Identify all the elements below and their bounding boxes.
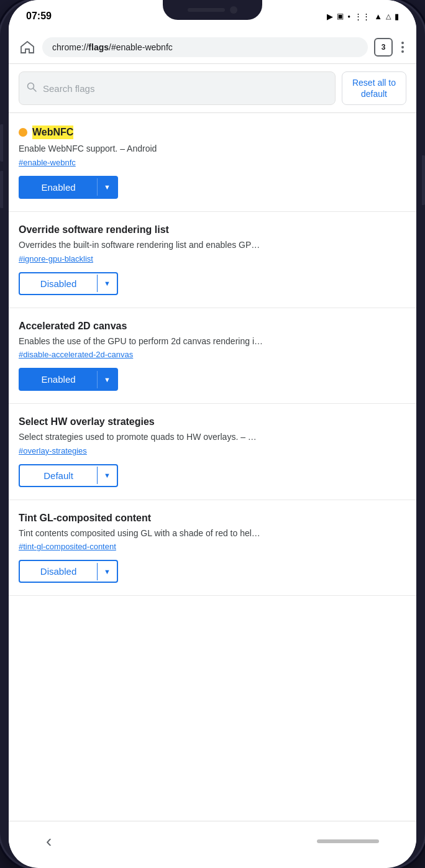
override-rendering-flag-id[interactable]: #ignore-gpu-blacklist: [19, 254, 406, 263]
flag-item-tint-gl: Tint GL-composited content Tint contents…: [9, 500, 416, 596]
flags-list: WebNFC Enable WebNFC support. – Android …: [9, 113, 416, 821]
webnfc-description: Enable WebNFC support. – Android: [19, 143, 406, 155]
override-rendering-title: Override software rendering list: [19, 224, 169, 235]
webnfc-flag-id[interactable]: #enable-webnfc: [19, 158, 406, 167]
tint-gl-select-arrow: ▼: [97, 563, 117, 580]
webnfc-title: WebNFC: [32, 126, 73, 139]
signal-icon: △: [386, 12, 391, 21]
accelerated-canvas-flag-id[interactable]: #disable-accelerated-2d-canvas: [19, 350, 406, 359]
webnfc-select-label: Enabled: [20, 177, 97, 198]
chrome-header: chrome://flags/#enable-webnfc 3: [9, 32, 416, 64]
accelerated-canvas-select[interactable]: Enabled ▼: [19, 368, 118, 391]
home-pill[interactable]: [317, 839, 379, 843]
search-input-wrap[interactable]: Search flags: [19, 71, 336, 105]
url-suffix: /#enable-webnfc: [109, 42, 173, 52]
accelerated-canvas-select-label: Enabled: [20, 369, 97, 390]
accelerated-canvas-title: Accelerated 2D canvas: [19, 321, 127, 332]
tint-gl-select-label: Disabled: [20, 561, 97, 582]
search-area: Search flags Reset all todefault: [9, 64, 416, 113]
hw-overlay-select-label: Default: [20, 465, 97, 486]
battery-icon: ▮: [395, 12, 399, 21]
flag-item-webnfc: WebNFC Enable WebNFC support. – Android …: [9, 113, 416, 212]
hw-overlay-title: Select HW overlay strategies: [19, 416, 155, 427]
back-button[interactable]: ‹: [46, 831, 52, 851]
hw-overlay-description: Select strategies used to promote quads …: [19, 431, 406, 444]
url-prefix: chrome://: [52, 42, 88, 52]
tint-gl-select[interactable]: Disabled ▼: [19, 560, 118, 583]
menu-button[interactable]: [399, 39, 406, 55]
status-icons: ▶ ▣ ● ⋮⋮ ▲ △ ▮: [327, 12, 399, 21]
svg-line-1: [34, 89, 37, 92]
flag-item-hw-overlay: Select HW overlay strategies Select stra…: [9, 404, 416, 500]
webnfc-select[interactable]: Enabled ▼: [19, 176, 118, 199]
flag-item-accelerated-canvas: Accelerated 2D canvas Enables the use of…: [9, 308, 416, 404]
hw-overlay-select[interactable]: Default ▼: [19, 464, 118, 487]
wifi-icon: ▲: [374, 12, 382, 21]
override-rendering-select[interactable]: Disabled ▼: [19, 272, 118, 295]
bottom-bar: ‹: [9, 821, 416, 861]
home-icon[interactable]: [19, 39, 36, 56]
screen-record-icon: ▣: [337, 12, 344, 21]
hw-overlay-flag-id[interactable]: #overlay-strategies: [19, 446, 406, 455]
override-rendering-select-arrow: ▼: [97, 275, 117, 292]
reset-all-button[interactable]: Reset all todefault: [342, 71, 406, 105]
override-rendering-description: Overrides the built-in software renderin…: [19, 239, 406, 252]
tint-gl-flag-id[interactable]: #tint-gl-composited-content: [19, 542, 406, 551]
tint-gl-description: Tint contents composited using GL with a…: [19, 528, 406, 540]
flag-item-override-rendering: Override software rendering list Overrid…: [9, 212, 416, 308]
url-bold: flags: [88, 42, 109, 52]
dot-indicator: ●: [347, 14, 350, 19]
address-bar[interactable]: chrome://flags/#enable-webnfc: [42, 37, 368, 57]
hw-overlay-select-arrow: ▼: [97, 467, 117, 484]
accelerated-canvas-description: Enables the use of the GPU to perform 2d…: [19, 336, 406, 348]
webnfc-indicator-dot: [19, 128, 27, 137]
override-rendering-select-label: Disabled: [20, 273, 97, 294]
search-icon: [27, 82, 37, 94]
play-store-icon: ▶: [327, 12, 333, 21]
accelerated-canvas-select-arrow: ▼: [97, 371, 117, 388]
tab-count[interactable]: 3: [374, 38, 393, 57]
webnfc-select-arrow: ▼: [97, 178, 117, 196]
vibrate-icon: ⋮⋮: [354, 12, 370, 21]
tint-gl-title: Tint GL-composited content: [19, 513, 151, 524]
search-placeholder: Search flags: [43, 83, 94, 94]
status-time: 07:59: [26, 11, 52, 22]
